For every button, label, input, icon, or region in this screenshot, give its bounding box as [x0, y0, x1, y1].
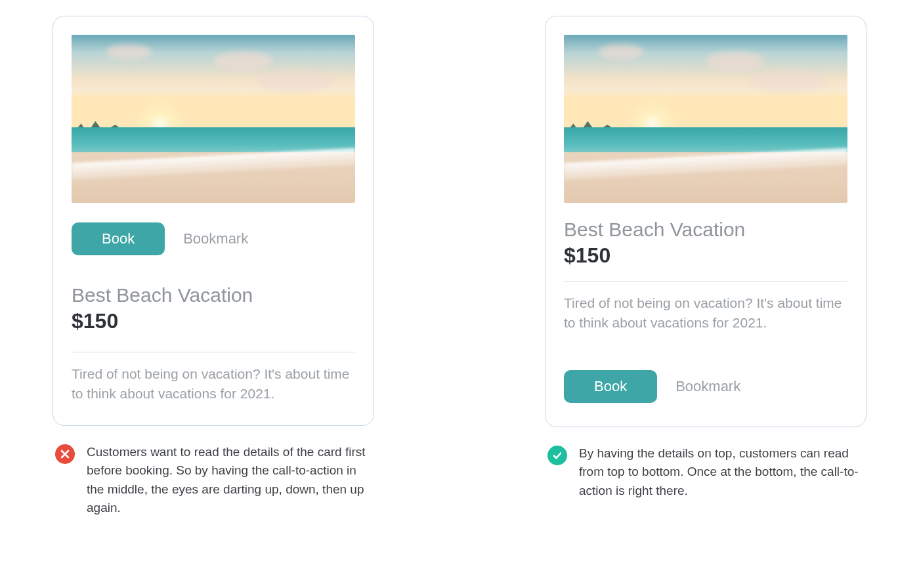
- card-actions: Book Bookmark: [564, 370, 847, 403]
- divider: [72, 352, 355, 352]
- book-button[interactable]: Book: [72, 222, 165, 255]
- example-good: Best Beach Vacation $150 Tired of not be…: [545, 16, 866, 572]
- example-bad: Book Bookmark Best Beach Vacation $150 T…: [53, 16, 374, 572]
- card-description: Tired of not being on vacation? It's abo…: [564, 293, 847, 333]
- card-image-beach: [72, 35, 355, 203]
- annotation-text: Customers want to read the details of th…: [87, 443, 372, 518]
- book-button[interactable]: Book: [564, 370, 657, 403]
- annotation-text: By having the details on top, customers …: [579, 444, 864, 501]
- card-image-beach: [564, 35, 847, 203]
- cross-icon: [55, 444, 75, 464]
- annotation-good: By having the details on top, customers …: [545, 444, 866, 501]
- bookmark-button[interactable]: Bookmark: [675, 378, 740, 395]
- card-price: $150: [564, 243, 847, 268]
- divider: [564, 281, 847, 282]
- card-actions: Book Bookmark: [72, 222, 355, 255]
- card-price: $150: [72, 309, 355, 333]
- check-icon: [547, 446, 567, 465]
- annotation-bad: Customers want to read the details of th…: [53, 443, 374, 518]
- vacation-card: Best Beach Vacation $150 Tired of not be…: [545, 16, 866, 427]
- card-title: Best Beach Vacation: [564, 219, 847, 241]
- bookmark-button[interactable]: Bookmark: [183, 230, 248, 247]
- vacation-card: Book Bookmark Best Beach Vacation $150 T…: [53, 16, 374, 426]
- card-description: Tired of not being on vacation? It's abo…: [72, 364, 355, 404]
- card-title: Best Beach Vacation: [72, 284, 355, 306]
